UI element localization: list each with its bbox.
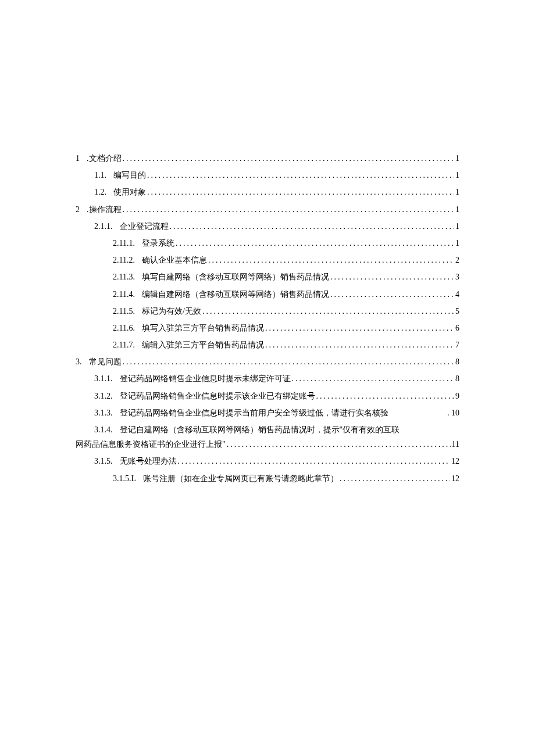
toc-number: 2 [76,202,87,217]
toc-leader-dots [329,270,454,284]
toc-leader-dots [122,202,455,217]
toc-entry: 2.11.3.填写自建网络（含移动互联网等网络）销售药品情况3 [76,270,459,284]
toc-number: 2.11.5. [113,304,142,318]
toc-page-number: 2 [454,253,459,267]
toc-entry: 3.常见问题8 [76,354,459,369]
table-of-contents: 1 .文档介绍11.1.编写目的11.2.使用对象12 .操作流程12.1.1.… [76,151,459,486]
toc-page-number: 9 [454,389,459,403]
toc-leader-dots [329,287,454,302]
toc-leader-dots [291,371,455,386]
toc-entry: 2.1.1.企业登记流程1 [76,219,459,234]
toc-entry: 3.1.2.登记药品网络销售企业信息时提示该企业已有绑定账号9 [76,389,459,403]
toc-number: 3.1.2. [94,389,120,403]
toc-title: 账号注册（如在企业专属网页已有账号请忽略此章节） [143,471,338,486]
toc-leader-dots [177,454,451,468]
toc-title: 文档介绍 [89,151,122,166]
toc-title: 登记药品网络销售企业信息时提示当前用户安全等级过低，请进行实名核验 [120,406,388,420]
toc-number: 3. [76,354,89,369]
toc-number: 3.1.5.L [113,471,143,486]
toc-entry: 1.2.使用对象1 [76,185,459,199]
toc-entry: 2.11.7.编辑入驻第三方平台销售药品情况7 [76,338,459,352]
toc-page-number: 3 [454,270,459,284]
toc-number: 3.1.3. [94,406,120,420]
toc-leader-dots [264,321,454,335]
toc-title-line2: 网药品信息服务资格证书的企业进行上报" [76,437,226,452]
toc-title: 操作流程 [89,202,122,217]
toc-page-number: 12 [450,471,459,486]
toc-title-line1: 登记自建网络（含移动互联网等网络）销售药品情况时，提示"仅有有效的互联 [120,425,400,434]
toc-leader-dots [122,354,455,369]
toc-entry: 2.11.2.确认企业基本信息2 [76,253,459,267]
toc-leader-dots [201,304,454,318]
toc-number: 3.1.5. [94,454,120,468]
toc-number: 1 [76,151,87,166]
toc-title: 编辑入驻第三方平台销售药品情况 [142,338,264,352]
toc-page-number: 8 [454,354,459,369]
toc-title: 登记药品网络销售企业信息时提示未绑定许可证 [120,371,291,386]
toc-number: 1.2. [94,185,113,199]
toc-page-number: 4 [454,287,459,302]
toc-entry: 2.11.6.填写入驻第三方平台销售药品情况6 [76,321,459,335]
toc-number: 2.1.1. [94,219,120,234]
toc-title: 标记为有效/无效 [142,304,201,318]
toc-entry: 3.1.5.无账号处理办法12 [76,454,459,468]
toc-page-number: 1 [454,185,459,199]
toc-leader-dots [338,471,450,486]
toc-entry: 2.11.4.编辑自建网络（含移动互联网等网络）销售药品情况4 [76,287,459,302]
toc-number: 2.11.6. [113,321,142,335]
toc-page-number: 12 [450,454,459,468]
toc-entry: 3.1.5.L 账号注册（如在企业专属网页已有账号请忽略此章节）12 [76,471,459,486]
toc-title: 登记药品网络销售企业信息时提示该企业已有绑定账号 [120,389,315,403]
toc-leader-dots [207,253,454,267]
toc-page-number: 8 [454,371,459,386]
toc-leader-dots [226,437,451,452]
toc-entry: 3.1.4.登记自建网络（含移动互联网等网络）销售药品情况时，提示"仅有有效的互… [76,422,459,452]
toc-title: 编写目的 [113,168,146,182]
toc-title: 填写入驻第三方平台销售药品情况 [142,321,264,335]
toc-entry: 3.1.3.登记药品网络销售企业信息时提示当前用户安全等级过低，请进行实名核验.… [76,406,459,420]
toc-leader-dots [146,185,454,199]
toc-page-number: 1 [454,202,459,217]
toc-leader-dots [174,236,454,250]
toc-entry: 1.1.编写目的1 [76,168,459,182]
toc-leader-dots [315,389,455,403]
toc-page-number: 11 [451,437,459,452]
toc-page-number: . 10 [446,406,459,420]
toc-title: 使用对象 [113,185,146,199]
toc-number: 2.11.1. [113,236,142,250]
toc-entry: 3.1.1.登记药品网络销售企业信息时提示未绑定许可证8 [76,371,459,386]
toc-title: 编辑自建网络（含移动互联网等网络）销售药品情况 [142,287,329,302]
toc-title: 常见问题 [89,354,122,369]
toc-entry: 2 .操作流程1 [76,202,459,217]
toc-title: 登录系统 [142,236,174,250]
toc-title: 确认企业基本信息 [142,253,207,267]
toc-number: 3.1.4. [94,425,120,434]
toc-leader-dots [264,338,454,352]
toc-leader-dots [122,151,455,166]
toc-number: 2.11.7. [113,338,142,352]
toc-page-number: 6 [454,321,459,335]
toc-page-number: 1 [454,151,459,166]
toc-page-number: 1 [454,219,459,234]
toc-page-number: 7 [454,338,459,352]
toc-entry: 2.11.5.标记为有效/无效5 [76,304,459,318]
toc-page-number: 1 [454,236,459,250]
toc-number: 2.11.4. [113,287,142,302]
toc-page-number: 1 [454,168,459,182]
toc-leader-dots [169,219,455,234]
toc-leader-dots [146,168,454,182]
toc-entry: 1 .文档介绍1 [76,151,459,166]
toc-number: 2.11.3. [113,270,142,284]
toc-number: 2.11.2. [113,253,142,267]
toc-page-number: 5 [454,304,459,318]
toc-entry: 2.11.1.登录系统1 [76,236,459,250]
toc-title: 填写自建网络（含移动互联网等网络）销售药品情况 [142,270,329,284]
toc-number: 1.1. [94,168,113,182]
toc-number: 3.1.1. [94,371,120,386]
toc-title: 企业登记流程 [120,219,169,234]
toc-title: 无账号处理办法 [120,454,177,468]
